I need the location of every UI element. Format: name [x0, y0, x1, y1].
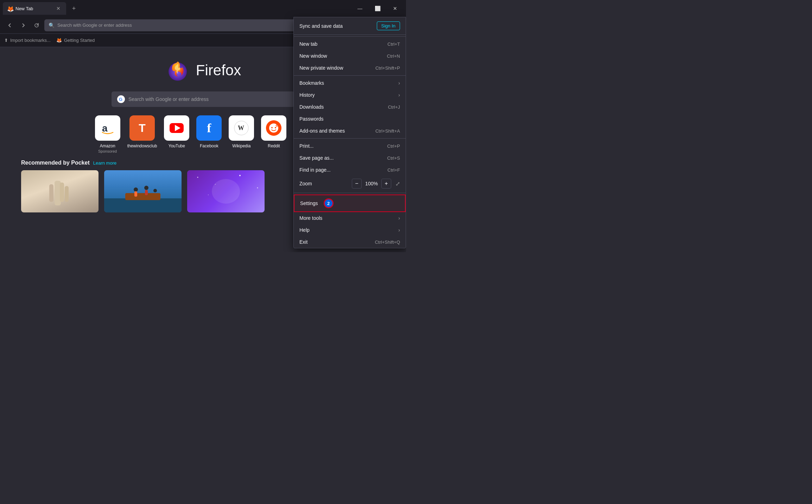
menu-item-history[interactable]: History › [294, 89, 406, 101]
menu-item-print-shortcut: Ctrl+P [387, 143, 400, 149]
active-tab[interactable]: 🦊 New Tab ✕ [3, 2, 66, 15]
site-youtube[interactable]: YouTube [164, 115, 189, 153]
menu-divider-4 [294, 193, 406, 193]
menu-item-save-page-label: Save page as... [299, 155, 334, 161]
maximize-button[interactable]: ⬜ [369, 3, 386, 14]
content-search-placeholder: Search with Google or enter address [128, 96, 209, 102]
menu-item-new-private-shortcut: Ctrl+Shift+P [375, 65, 400, 71]
svg-point-30 [257, 187, 258, 189]
card-3-image [187, 170, 265, 212]
more-tools-chevron-icon: › [398, 215, 400, 221]
svg-rect-17 [49, 184, 53, 202]
site-amazon-label: Amazon [100, 143, 115, 148]
site-reddit-icon [261, 115, 286, 141]
menu-item-downloads[interactable]: Downloads Ctrl+J [294, 101, 406, 113]
refresh-button[interactable] [31, 20, 42, 31]
site-thewindowsclub[interactable]: T thewindowsclub [127, 115, 157, 153]
help-chevron-icon: › [398, 227, 400, 233]
badge-2: 2 [324, 198, 334, 208]
recommended-card-1[interactable] [21, 170, 99, 212]
card-2-image [104, 170, 182, 212]
menu-item-new-tab[interactable]: New tab Ctrl+T [294, 38, 406, 50]
menu-item-help[interactable]: Help › [294, 224, 406, 236]
svg-point-24 [144, 186, 148, 190]
google-icon: G [117, 95, 125, 103]
menu-item-passwords[interactable]: Passwords [294, 113, 406, 125]
firefox-flame-icon [165, 58, 190, 83]
svg-rect-19 [65, 186, 69, 202]
minimize-button[interactable]: — [352, 3, 368, 14]
getting-started-link[interactable]: 🦊 Getting Started [56, 38, 95, 43]
menu-item-addons-shortcut: Ctrl+Shift+A [375, 128, 400, 134]
menu-item-bookmarks[interactable]: Bookmarks › [294, 77, 406, 89]
menu-item-exit-shortcut: Ctrl+Shift+Q [375, 240, 400, 245]
menu-item-new-window-label: New window [299, 53, 327, 59]
svg-text:a: a [102, 123, 108, 134]
menu-item-print-label: Print... [299, 143, 313, 149]
menu-item-exit[interactable]: Exit Ctrl+Shift+Q [294, 236, 406, 248]
menu-item-find[interactable]: Find in page... Ctrl+F [294, 164, 406, 176]
menu-item-downloads-label: Downloads [299, 104, 324, 110]
svg-point-31 [208, 194, 209, 195]
zoom-row: Zoom − 100% + ⤢ [294, 176, 406, 191]
settings-label-group: Settings 2 [300, 198, 334, 208]
menu-item-save-page[interactable]: Save page as... Ctrl+S [294, 152, 406, 164]
sign-in-button[interactable]: Sign In [377, 21, 400, 30]
site-youtube-icon [164, 115, 189, 141]
site-facebook-label: Facebook [200, 143, 218, 148]
svg-rect-25 [145, 190, 148, 195]
menu-item-new-private-window[interactable]: New private window Ctrl+Shift+P [294, 62, 406, 74]
menu-item-history-label: History [299, 92, 315, 98]
menu-item-help-label: Help [299, 227, 310, 233]
back-button[interactable] [4, 20, 15, 31]
site-facebook[interactable]: f Facebook [196, 115, 222, 153]
menu-item-bookmarks-label: Bookmarks [299, 80, 324, 86]
menu-item-settings[interactable]: Settings 2 [294, 194, 406, 212]
zoom-decrease-button[interactable]: − [352, 179, 362, 189]
menu-divider-1 [294, 36, 406, 37]
menu-sync-header: Sync and save data Sign In [294, 17, 406, 35]
firefox-logo: Firefox [165, 58, 241, 83]
site-wikipedia[interactable]: W Wikipedia [229, 115, 254, 153]
zoom-increase-button[interactable]: + [381, 179, 391, 189]
recommended-card-2[interactable] [104, 170, 182, 212]
recommended-title: Recommended by Pocket [21, 160, 90, 166]
svg-rect-18 [60, 183, 64, 202]
menu-item-new-window-shortcut: Ctrl+N [387, 53, 400, 59]
site-thewindowsclub-icon: T [129, 115, 155, 141]
search-icon: 🔍 [49, 23, 55, 28]
site-amazon[interactable]: a Amazon Sponsored [95, 115, 120, 153]
menu-item-find-shortcut: Ctrl+F [387, 167, 400, 173]
svg-text:W: W [238, 125, 244, 132]
svg-point-13 [275, 127, 276, 128]
menu-divider-2 [294, 75, 406, 76]
menu-item-addons-label: Add-ons and themes [299, 128, 345, 134]
history-chevron-icon: › [398, 92, 400, 98]
content-search-bar[interactable]: G Search with Google or enter address [112, 91, 294, 107]
menu-divider-3 [294, 138, 406, 139]
new-tab-button[interactable]: + [69, 4, 79, 13]
learn-more-link[interactable]: Learn more [93, 160, 116, 166]
zoom-expand-button[interactable]: ⤢ [395, 180, 400, 187]
tab-close-button[interactable]: ✕ [55, 5, 62, 12]
menu-item-new-window[interactable]: New window Ctrl+N [294, 50, 406, 62]
address-placeholder: Search with Google or enter address [57, 23, 132, 28]
import-bookmarks-link[interactable]: ⬆ Import bookmarks... [4, 38, 51, 43]
close-button[interactable]: ✕ [387, 3, 403, 14]
svg-point-26 [153, 189, 157, 192]
menu-item-more-tools[interactable]: More tools › [294, 212, 406, 224]
recommended-card-3[interactable] [187, 170, 265, 212]
svg-point-15 [277, 125, 278, 126]
svg-point-12 [271, 127, 273, 128]
zoom-label: Zoom [299, 181, 312, 186]
menu-item-settings-label: Settings [300, 200, 318, 206]
site-reddit[interactable]: Reddit [261, 115, 286, 153]
firefox-bookmark-icon: 🦊 [56, 38, 62, 43]
zoom-value: 100% [364, 181, 379, 186]
svg-point-22 [134, 187, 138, 192]
menu-item-print[interactable]: Print... Ctrl+P [294, 140, 406, 152]
site-wikipedia-label: Wikipedia [232, 143, 250, 148]
forward-button[interactable] [18, 20, 29, 31]
menu-item-addons[interactable]: Add-ons and themes Ctrl+Shift+A [294, 125, 406, 137]
site-thewindowsclub-label: thewindowsclub [127, 143, 157, 148]
